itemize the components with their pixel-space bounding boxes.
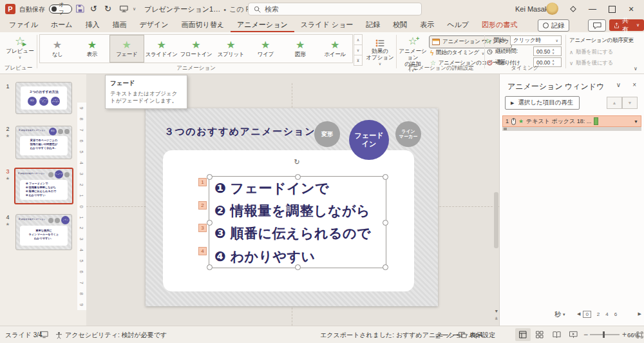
slide-sorter-view-button[interactable]	[532, 328, 547, 341]
thumbnail-slide-1[interactable]: ３つのおすすめ方法 変形 フェード イン ライン マーカー	[15, 82, 72, 114]
zoom-slider[interactable]	[590, 334, 620, 335]
slide-editing-area[interactable]: ３つのおすすめアニメーション 変形 フェード イン ライン マーカー ↻ ❶ フ…	[146, 108, 438, 306]
badge-fade-in[interactable]: フェード イン	[349, 120, 389, 160]
tab-図形の書式[interactable]: 図形の書式	[475, 18, 524, 32]
gallery-item-ワイプ[interactable]: ★ワイプ	[248, 35, 283, 63]
duration-input[interactable]: 00.50 ∧∨	[533, 46, 562, 56]
tab-挿入[interactable]: 挿入	[79, 18, 106, 32]
zoom-in-button[interactable]: +	[622, 330, 627, 339]
timeline-scrollbar[interactable]: ◀ 0246 ▶	[577, 309, 641, 319]
accessibility-status[interactable]: アクセシビリティ: 検討が必要です	[55, 331, 167, 340]
selection-handle[interactable]	[207, 174, 213, 180]
badge-morph[interactable]: 変形	[314, 121, 340, 147]
gallery-item-なし[interactable]: ★なし	[40, 35, 75, 63]
tab-デザイン[interactable]: デザイン	[133, 18, 175, 32]
timeline-right-icon[interactable]: ▶	[638, 311, 641, 317]
autosave-toggle[interactable]: オフ	[49, 5, 72, 14]
zoom-out-button[interactable]: −	[583, 330, 588, 339]
tooltip-fade: フェード テキストまたはオブジェクトがフェードインします。	[105, 75, 187, 109]
gallery-item-スプリット[interactable]: ★スプリット	[213, 35, 248, 63]
selection-handle[interactable]	[207, 264, 213, 270]
tab-記録[interactable]: 記録	[359, 18, 386, 32]
tab-描画[interactable]: 描画	[106, 18, 133, 32]
display-icon[interactable]	[40, 331, 48, 338]
gallery-item-フェード[interactable]: ★フェード	[109, 35, 144, 63]
slide-nav-buttons[interactable]: ▾±	[495, 308, 498, 322]
animation-star-icon: ★	[226, 39, 235, 51]
search-input[interactable]: 検索	[248, 3, 422, 15]
avatar[interactable]	[546, 3, 558, 15]
animation-star-icon: ★	[88, 39, 97, 51]
animation-tag-3[interactable]: 3	[198, 224, 207, 232]
animation-tag-1[interactable]: 1	[198, 178, 207, 186]
slide-title[interactable]: ３つのおすすめアニメーション	[164, 126, 316, 138]
selection-handle[interactable]	[207, 220, 213, 226]
seconds-dropdown[interactable]: 秒 ▾	[554, 310, 565, 319]
duration-spinner-icons[interactable]: ∧∨	[552, 48, 554, 55]
tab-ホーム[interactable]: ホーム	[44, 18, 79, 32]
normal-view-button[interactable]	[515, 328, 531, 341]
redo-icon[interactable]: ↻	[104, 4, 111, 14]
play-selected-button[interactable]: ▶ 選択した項目の再生	[505, 96, 580, 110]
collapse-ribbon-icon[interactable]: ∨	[634, 66, 638, 72]
tab-画面切り替え[interactable]: 画面切り替え	[175, 18, 231, 32]
tab-アニメーション[interactable]: アニメーション	[231, 18, 294, 32]
slide-canvas[interactable]: ３つのおすすめアニメーション 変形 フェード イン ライン マーカー ↻ ❶ フ…	[86, 74, 499, 326]
undo-icon[interactable]: ↺	[90, 4, 97, 14]
user-name[interactable]: Kei Masaki	[515, 5, 550, 13]
gallery-item-図形[interactable]: ★図形	[283, 35, 317, 63]
qat-more-icon[interactable]: ∨	[133, 6, 136, 12]
timeline-left-icon[interactable]: ◀	[577, 311, 580, 317]
ribbon-tab-row: ファイルホーム挿入描画デザイン画面切り替えアニメーションスライド ショー記録校閲…	[0, 18, 644, 32]
preview-button[interactable]: ☆▶ プレビュー ∨	[5, 34, 35, 59]
item-dropdown-icon[interactable]: ▼	[634, 119, 638, 124]
pane-close-icon[interactable]: ×	[632, 81, 636, 88]
gallery-scroll-down-icon[interactable]: ∨	[354, 45, 363, 55]
animation-tag-4[interactable]: 4	[198, 247, 207, 255]
move-earlier-button[interactable]: ∧ 順番を前にする	[569, 47, 613, 57]
canvas-scrollbar[interactable]	[494, 192, 498, 248]
tab-ファイル[interactable]: ファイル	[3, 18, 44, 32]
zoom-slider-thumb[interactable]	[603, 331, 605, 338]
close-button[interactable]: ×	[622, 0, 640, 18]
thumbnail-slide-3[interactable]: 3つのおすすめアニメーション フェード ❶ フェードインで ❷ 情報量を調整しな…	[14, 168, 73, 204]
gallery-item-ホイール[interactable]: ★ホイール	[317, 35, 352, 63]
fit-to-window-button[interactable]	[635, 328, 644, 341]
tab-ヘルプ[interactable]: ヘルプ	[440, 18, 475, 32]
ruler-number: 7	[77, 125, 88, 134]
animation-tag-2[interactable]: 2	[198, 201, 207, 210]
gallery-item-表示[interactable]: ★表示	[75, 35, 109, 63]
tab-スライド ショー[interactable]: スライド ショー	[294, 18, 360, 32]
pane-move-down-button[interactable]: ▼	[622, 97, 638, 109]
meet-now-icon[interactable]	[569, 5, 577, 13]
tab-表示[interactable]: 表示	[413, 18, 440, 32]
gallery-more-icon[interactable]: ⊻	[354, 55, 363, 66]
record-button[interactable]: 記録	[538, 19, 569, 32]
save-icon[interactable]	[76, 5, 84, 13]
animation-list-item[interactable]: 1 ★ テキスト ボックス 18: ... ▼	[502, 115, 641, 127]
slide-body-list[interactable]: ❶ フェードインで ❷ 情報量を調整しながら ❸ 順番に伝えられるので ❹ わか…	[214, 177, 401, 268]
move-later-button[interactable]: ∨ 順番を後にする	[569, 58, 613, 68]
display-settings-button[interactable]: 表示設定	[459, 331, 495, 340]
start-select[interactable]: クリック時 ∨	[510, 35, 562, 45]
slideshow-qat-icon[interactable]	[120, 5, 128, 13]
comments-button[interactable]	[588, 19, 606, 32]
pane-collapse-icon[interactable]: ∨	[616, 81, 621, 88]
gallery-scroll-up-icon[interactable]: ∧	[354, 34, 363, 45]
gallery-item-フロートイン[interactable]: ★フロートイン	[179, 35, 214, 63]
share-button[interactable]: 共有 ∨	[609, 19, 644, 31]
thumbnail-slide-4[interactable]: 3つのおすすめアニメーション ライン 重要な箇所に ラインマーカーを引くと わか…	[15, 214, 72, 250]
rotation-handle[interactable]: ↻	[292, 157, 301, 166]
reading-view-button[interactable]	[549, 328, 564, 341]
pane-move-up-button[interactable]: ▲	[607, 97, 622, 109]
tab-校閲[interactable]: 校閲	[386, 18, 413, 32]
badge-line-marker[interactable]: ライン マーカー	[395, 121, 421, 147]
restore-button[interactable]	[603, 0, 621, 18]
trigger-button[interactable]: ϟ 開始のタイミング ∨	[430, 48, 484, 58]
effect-options-button[interactable]: 効果の オプション ∨	[365, 34, 395, 66]
minimize-button[interactable]: —	[583, 0, 601, 18]
animation-star-icon: ★	[53, 39, 62, 51]
thumbnail-slide-2[interactable]: 3つのおすすめアニメーション 変形 変形で各ページごとの 情報の違いや関連性が …	[15, 126, 72, 159]
gallery-item-スライドイン[interactable]: ★スライドイン	[144, 35, 179, 63]
slideshow-view-button[interactable]	[565, 328, 581, 341]
